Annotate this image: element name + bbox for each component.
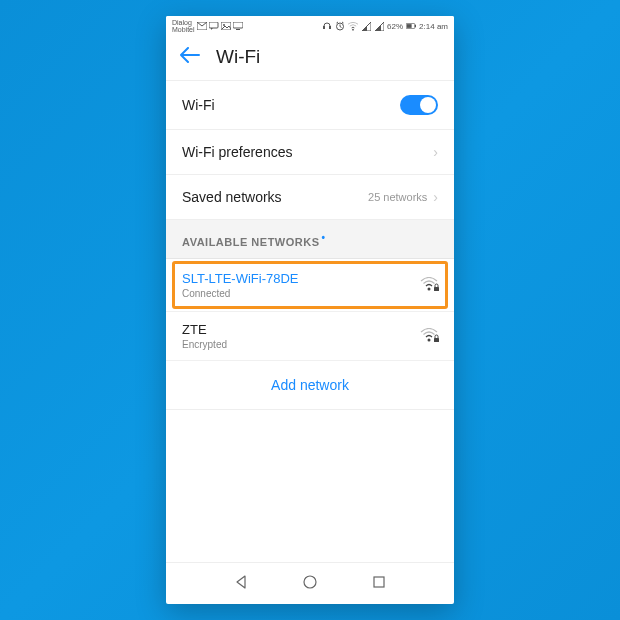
- network-name: ZTE: [182, 322, 227, 337]
- loading-indicator-icon: •: [322, 232, 326, 243]
- svg-point-9: [352, 28, 354, 30]
- svg-rect-6: [323, 26, 325, 29]
- svg-rect-14: [434, 287, 439, 291]
- chevron-right-icon: ›: [433, 144, 438, 160]
- signal-icon-1: [361, 21, 371, 31]
- screen-icon: [233, 21, 243, 31]
- carrier-label: Dialog Mobitel: [172, 19, 195, 33]
- battery-icon: [406, 21, 416, 31]
- svg-point-17: [304, 576, 316, 588]
- back-arrow-icon[interactable]: [180, 47, 200, 67]
- network-status: Connected: [182, 288, 299, 299]
- status-left: Dialog Mobitel: [172, 19, 243, 33]
- saved-networks-row[interactable]: Saved networks 25 networks ›: [166, 175, 454, 220]
- wifi-preferences-row[interactable]: Wi-Fi preferences ›: [166, 130, 454, 175]
- nav-back-icon[interactable]: [233, 574, 249, 594]
- header: Wi-Fi: [166, 36, 454, 80]
- svg-rect-11: [415, 25, 416, 28]
- network-status: Encrypted: [182, 339, 227, 350]
- wifi-toggle-row[interactable]: Wi-Fi: [166, 80, 454, 130]
- svg-rect-7: [329, 26, 331, 29]
- add-network-label: Add network: [271, 377, 349, 393]
- svg-point-15: [428, 338, 431, 341]
- status-right: 62% 2:14 am: [322, 21, 448, 31]
- battery-percent: 62%: [387, 22, 403, 31]
- envelope-icon: [197, 21, 207, 31]
- wifi-status-icon: [348, 21, 358, 31]
- nav-home-icon[interactable]: [302, 574, 318, 594]
- chevron-right-icon: ›: [433, 189, 438, 205]
- svg-rect-4: [233, 22, 243, 28]
- network-item-connected[interactable]: SLT-LTE-WiFi-78DE Connected: [166, 259, 454, 312]
- nav-bar: [166, 562, 454, 604]
- header-title: Wi-Fi: [216, 46, 260, 68]
- svg-rect-16: [434, 338, 439, 342]
- network-name: SLT-LTE-WiFi-78DE: [182, 271, 299, 286]
- status-bar: Dialog Mobitel: [166, 16, 454, 36]
- headset-icon: [322, 21, 332, 31]
- nav-recent-icon[interactable]: [371, 574, 387, 594]
- add-network-button[interactable]: Add network: [166, 361, 454, 410]
- section-header-label: AVAILABLE NETWORKS: [182, 236, 320, 248]
- svg-rect-12: [407, 24, 412, 28]
- chat-icon: [209, 21, 219, 31]
- image-icon: [221, 21, 231, 31]
- svg-rect-5: [236, 29, 240, 30]
- saved-count: 25 networks: [368, 191, 427, 203]
- svg-point-13: [428, 287, 431, 290]
- wifi-label: Wi-Fi: [182, 97, 215, 113]
- content-spacer: [166, 410, 454, 562]
- wifi-toggle[interactable]: [400, 95, 438, 115]
- available-networks-header: AVAILABLE NETWORKS•: [166, 220, 454, 259]
- wifi-signal-lock-icon: [420, 328, 438, 344]
- signal-icon-2: [374, 21, 384, 31]
- saved-label: Saved networks: [182, 189, 282, 205]
- svg-rect-1: [209, 22, 218, 28]
- svg-rect-18: [374, 577, 384, 587]
- preferences-label: Wi-Fi preferences: [182, 144, 292, 160]
- alarm-icon: [335, 21, 345, 31]
- wifi-signal-lock-icon: [420, 277, 438, 293]
- clock-time: 2:14 am: [419, 22, 448, 31]
- phone-frame: Dialog Mobitel: [166, 16, 454, 604]
- network-item[interactable]: ZTE Encrypted: [166, 312, 454, 361]
